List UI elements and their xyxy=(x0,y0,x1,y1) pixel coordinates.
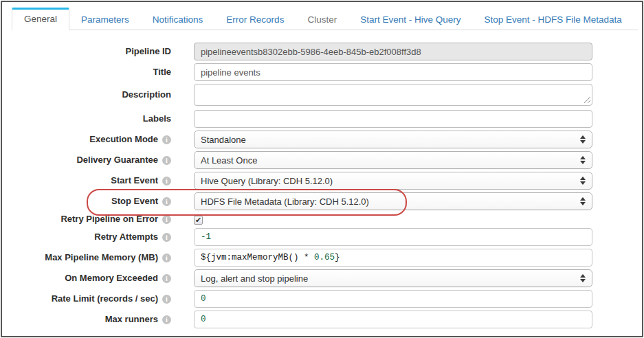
select-value: Hive Query (Library: CDH 5.12.0) xyxy=(201,176,333,186)
code-expression-close: } xyxy=(335,253,340,262)
rate-limit-label: Rate Limit (records / sec) xyxy=(52,294,158,304)
field-row-retry-attempts: Retry Attempts i -1 xyxy=(2,228,642,246)
retry-pipeline-on-error-checkbox[interactable]: ✔ xyxy=(194,216,203,225)
field-row-delivery-guarantee: Delivery Guarantee i At Least Once xyxy=(2,151,642,169)
info-icon[interactable]: i xyxy=(162,177,171,185)
retry-attempts-input[interactable]: -1 xyxy=(194,228,592,246)
field-row-start-event: Start Event i Hive Query (Library: CDH 5… xyxy=(2,172,642,190)
code-expression: ${jvm:maxMemoryMB() * xyxy=(201,253,314,262)
retry-pipeline-on-error-label: Retry Pipeline on Error xyxy=(60,214,158,225)
field-row-description: Description xyxy=(2,84,642,106)
start-event-select[interactable]: Hive Query (Library: CDH 5.12.0) xyxy=(194,172,592,190)
pipeline-id-label: Pipeline ID xyxy=(126,47,171,57)
info-icon[interactable]: i xyxy=(162,295,171,304)
info-icon[interactable]: i xyxy=(162,215,171,224)
tab-parameters[interactable]: Parameters xyxy=(69,8,141,30)
tab-general[interactable]: General xyxy=(12,8,69,30)
description-label: Description xyxy=(122,90,171,100)
info-icon[interactable]: i xyxy=(162,254,171,262)
stop-event-select[interactable]: HDFS File Metadata (Library: CDH 5.12.0) xyxy=(194,192,592,210)
on-memory-exceeded-select[interactable]: Log, alert and stop pipeline xyxy=(194,269,592,287)
field-row-title: Title xyxy=(2,63,642,81)
info-icon[interactable]: i xyxy=(162,135,171,144)
tab-bar: General Parameters Notifications Error R… xyxy=(12,8,638,30)
info-icon[interactable]: i xyxy=(162,315,171,324)
info-icon[interactable]: i xyxy=(162,156,171,165)
info-icon[interactable]: i xyxy=(162,197,171,206)
field-row-execution-mode: Execution Mode i Standalone xyxy=(2,131,642,148)
pipeline-config-window: General Parameters Notifications Error R… xyxy=(1,1,643,337)
field-row-stop-event: Stop Event i HDFS File Metadata (Library… xyxy=(2,192,642,210)
select-value: HDFS File Metadata (Library: CDH 5.12.0) xyxy=(201,196,369,207)
select-stepper-icon xyxy=(580,274,586,282)
retry-attempts-label: Retry Attempts xyxy=(94,232,158,243)
code-value: 0 xyxy=(201,315,206,324)
tab-notifications[interactable]: Notifications xyxy=(141,8,215,30)
delivery-guarantee-select[interactable]: At Least Once xyxy=(194,151,592,169)
field-row-on-memory-exceeded: On Memory Exceeded i Log, alert and stop… xyxy=(2,269,642,287)
code-value: -1 xyxy=(201,232,211,242)
labels-label: Labels xyxy=(143,114,171,124)
delivery-guarantee-label: Delivery Guarantee xyxy=(76,155,158,166)
max-runners-label: Max runners xyxy=(105,315,158,325)
select-stepper-icon xyxy=(580,197,586,205)
select-value: Standalone xyxy=(201,135,246,145)
tab-start-event[interactable]: Start Event - Hive Query xyxy=(348,8,472,30)
field-row-labels: Labels xyxy=(2,110,642,128)
tab-error-records[interactable]: Error Records xyxy=(214,8,296,30)
field-row-max-pipeline-memory: Max Pipeline Memory (MB) i ${jvm:maxMemo… xyxy=(2,249,642,267)
select-value: Log, alert and stop pipeline xyxy=(201,273,308,284)
tab-cluster: Cluster xyxy=(296,8,348,30)
stop-event-label: Stop Event xyxy=(111,196,158,207)
pipeline-id-input xyxy=(194,43,592,60)
select-value: At Least Once xyxy=(201,155,257,166)
tab-stop-event[interactable]: Stop Event - HDFS File Metadata xyxy=(472,8,633,30)
labels-input[interactable] xyxy=(194,110,592,128)
info-icon[interactable]: i xyxy=(162,274,171,283)
select-stepper-icon xyxy=(580,177,586,185)
title-label: Title xyxy=(153,67,172,78)
max-runners-input[interactable]: 0 xyxy=(194,311,592,328)
rate-limit-input[interactable]: 0 xyxy=(194,290,592,308)
code-number: 0.65 xyxy=(314,253,335,262)
field-row-rate-limit: Rate Limit (records / sec) i 0 xyxy=(2,290,642,308)
field-row-max-runners: Max runners i 0 xyxy=(2,311,642,328)
field-row-retry-pipeline-on-error: Retry Pipeline on Error i ✔ xyxy=(2,213,642,225)
on-memory-exceeded-label: On Memory Exceeded xyxy=(65,273,158,284)
info-icon[interactable]: i xyxy=(162,233,171,242)
title-input[interactable] xyxy=(194,63,592,81)
select-stepper-icon xyxy=(580,156,586,164)
select-stepper-icon xyxy=(580,135,586,144)
max-pipeline-memory-input[interactable]: ${jvm:maxMemoryMB() * 0.65} xyxy=(194,249,592,267)
description-textarea[interactable] xyxy=(194,84,592,106)
field-row-pipeline-id: Pipeline ID xyxy=(2,43,642,60)
code-value: 0 xyxy=(201,294,206,304)
pipeline-general-form: Pipeline ID Title Description xyxy=(2,43,642,328)
execution-mode-select[interactable]: Standalone xyxy=(194,131,592,148)
start-event-label: Start Event xyxy=(111,176,158,186)
max-pipeline-memory-label: Max Pipeline Memory (MB) xyxy=(45,253,158,263)
execution-mode-label: Execution Mode xyxy=(89,135,158,145)
